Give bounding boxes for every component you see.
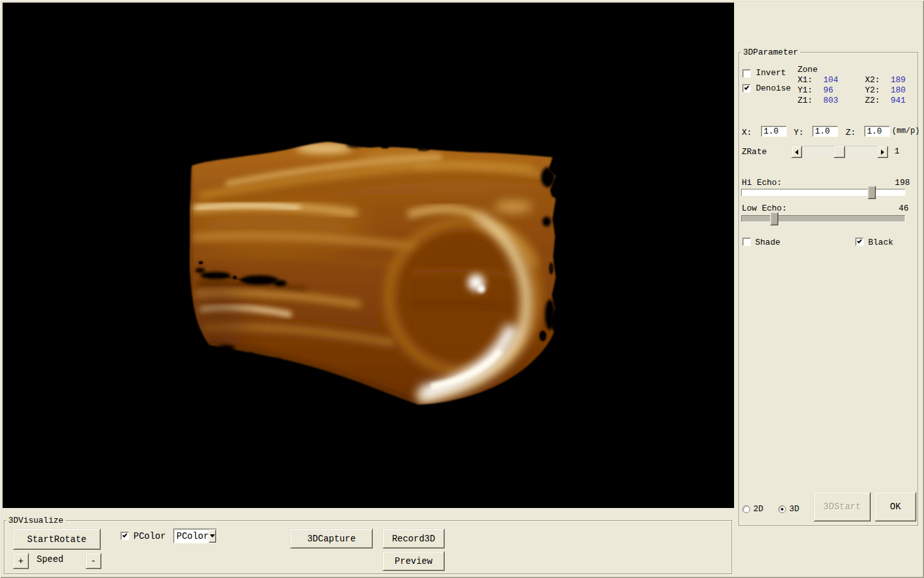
zone-z1-label: Z1: <box>798 96 812 105</box>
zone-y1-value: 96 <box>823 86 834 95</box>
zone-z1-value: 803 <box>823 96 838 105</box>
pcolor-dropdown-value: PColor <box>174 531 209 541</box>
zrate-scroll-track[interactable] <box>802 146 877 158</box>
render-viewport[interactable] <box>3 3 734 508</box>
zone-title: Zone <box>798 66 817 74</box>
start-rotate-button[interactable]: StartRotate <box>13 529 101 550</box>
volume-render-3d <box>3 3 734 508</box>
arrow-right-icon <box>881 150 884 155</box>
pcolor-dropdown[interactable]: PColor <box>173 529 217 543</box>
denoise-checkbox[interactable] <box>742 84 751 92</box>
parameter-groupbox-title: 3DParameter <box>741 48 800 57</box>
z-scale-label: Z: <box>846 128 856 137</box>
low-echo-slider-thumb[interactable] <box>770 212 778 225</box>
scale-unit-label: (mm/p) <box>892 127 920 136</box>
app-window: 3DParameter Invert Denoise Zone X1: 104 … <box>0 0 924 578</box>
zone-z2-value: 941 <box>891 96 905 105</box>
speed-label: Speed <box>37 555 64 564</box>
pcolor-label: PColor <box>133 532 166 541</box>
speed-minus-button[interactable]: - <box>85 553 101 569</box>
check-icon <box>123 532 128 538</box>
visualize-groupbox-title: 3DVisualize <box>6 516 65 525</box>
shade-label: Shade <box>755 238 780 247</box>
hi-echo-slider-thumb[interactable] <box>868 186 876 199</box>
y-scale-label: Y: <box>794 128 804 137</box>
arrow-left-icon <box>795 150 798 155</box>
speed-plus-button[interactable]: + <box>13 553 29 569</box>
zone-x2-value: 189 <box>891 76 905 85</box>
zone-y2-label: Y2: <box>865 86 880 95</box>
x-scale-label: X: <box>742 128 752 137</box>
zone-x1-label: X1: <box>798 76 812 85</box>
pcolor-dropdown-button[interactable] <box>209 529 216 543</box>
x-scale-field[interactable] <box>761 126 787 137</box>
mode-3d-label: 3D <box>789 505 800 514</box>
mode-2d-label: 2D <box>753 505 764 514</box>
ok-button[interactable]: OK <box>875 492 916 521</box>
parameter-groupbox <box>739 52 918 526</box>
zone-x1-value: 104 <box>823 76 838 85</box>
volume-group <box>186 141 558 405</box>
zrate-scroll-right-button[interactable] <box>877 146 888 158</box>
zone-x2-label: X2: <box>865 76 880 85</box>
hi-echo-slider[interactable] <box>741 186 905 199</box>
zone-y2-value: 180 <box>891 86 905 95</box>
zrate-scroll-thumb[interactable] <box>834 146 845 158</box>
radio-dot-icon <box>781 508 783 511</box>
zone-z2-label: Z2: <box>865 96 880 105</box>
record3d-button[interactable]: Record3D <box>382 529 445 548</box>
denoise-label: Denoise <box>756 84 791 93</box>
pcolor-checkbox[interactable] <box>121 532 129 540</box>
invert-label: Invert <box>756 69 786 78</box>
black-label: Black <box>868 238 893 247</box>
zone-y1-label: Y1: <box>798 86 812 95</box>
invert-checkbox[interactable] <box>742 69 751 78</box>
preview-button[interactable]: Preview <box>382 551 445 571</box>
start3d-button[interactable]: 3DStart <box>814 492 871 521</box>
z-scale-field[interactable] <box>864 126 890 137</box>
check-icon <box>857 238 862 243</box>
low-echo-slider[interactable] <box>741 212 905 225</box>
low-echo-slider-track[interactable] <box>741 215 905 222</box>
hi-echo-slider-track[interactable] <box>741 189 905 196</box>
mode-3d-radio[interactable] <box>778 505 786 513</box>
check-icon <box>744 85 749 90</box>
zrate-value: 1 <box>894 147 900 156</box>
capture3d-button[interactable]: 3DCapture <box>290 529 373 548</box>
black-checkbox[interactable] <box>855 238 864 246</box>
mode-2d-radio[interactable] <box>742 505 750 513</box>
y-scale-field[interactable] <box>812 126 838 137</box>
zrate-label: ZRate <box>742 148 767 157</box>
zrate-scroll-left-button[interactable] <box>791 146 802 158</box>
chevron-down-icon <box>210 534 215 538</box>
zrate-scrollbar[interactable] <box>791 146 888 158</box>
shade-checkbox[interactable] <box>742 238 751 246</box>
